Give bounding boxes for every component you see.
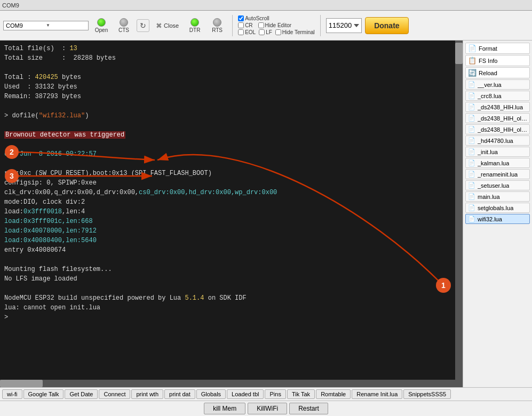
h-scrollbar-thumb[interactable] (0, 380, 43, 387)
file-icon: 📄 (468, 215, 475, 222)
right-panel-btn-FS_Info[interactable]: 📋FS Info (465, 55, 530, 66)
action-btn-Restart[interactable]: Restart (289, 403, 328, 414)
terminal-line (4, 101, 451, 111)
terminal-line: Brownout detector was triggered (4, 130, 451, 140)
file-btn-label: _init.lua (478, 149, 498, 155)
action-row: kill MemKillWiFiRestart (0, 401, 532, 416)
led-group-rts: RTS (208, 18, 227, 33)
right-panel-btn-_kalman_lua[interactable]: 📄_kalman.lua (465, 158, 530, 168)
terminal-line: clk_drv:0x00,q_drv:0x00,d_drv:0x00,cs0_d… (4, 188, 451, 197)
donate-button[interactable]: Donate (365, 17, 408, 34)
file-btn-label: Format (479, 45, 497, 52)
file-btn-label: FS Info (479, 58, 497, 64)
file-icon: 📄 (468, 148, 475, 155)
autoscroll-row: AutoScroll (238, 15, 315, 21)
right-panel-btn-setglobals_lua[interactable]: 📄setglobals.lua (465, 203, 530, 213)
terminal-line: No LFS image loaded (4, 274, 451, 284)
file-btn-label: main.lua (478, 194, 500, 200)
port-dropdown[interactable]: COM9 ▼ (3, 21, 89, 30)
bottom-btn-print_wth[interactable]: print wth (131, 389, 163, 399)
file-btn-label: _ds2438_HIH_old... (478, 126, 527, 133)
bottom-btn-Globals[interactable]: Globals (196, 389, 226, 399)
terminal-line: Used : 33132 bytes (4, 82, 451, 92)
right-panel-btn-main_lua[interactable]: 📄main.lua (465, 191, 530, 202)
terminal-line (4, 63, 451, 73)
right-panel-btn-_renameinit_lua[interactable]: 📄_renameinit.lua (465, 169, 530, 179)
bottom-btn-wi_fi[interactable]: wi-fi (2, 389, 22, 399)
main-content: Total file(s) : 13Total size : 28288 byt… (0, 41, 532, 387)
dtr-button[interactable]: DTR (185, 18, 204, 33)
cr-checkbox[interactable] (238, 22, 244, 28)
main-window: COM9 COM9 ▼ Open CTS ↻ ✖ Close (0, 0, 532, 416)
baud-selector[interactable]: 115200 (326, 18, 362, 33)
bottom-btn-print_dat[interactable]: print dat (164, 389, 195, 399)
terminal-line: entry 0x40080674 (4, 245, 451, 255)
terminal-line: Total file(s) : 13 (4, 44, 451, 53)
file-btn-label: _kalman.lua (478, 160, 509, 166)
file-icon: 📄 (468, 204, 475, 211)
bottom-btn-Tik_Tak[interactable]: Tik Tak (287, 389, 315, 399)
refresh-button[interactable]: ↻ (137, 19, 149, 32)
cts-label: CTS (118, 27, 129, 33)
file-btn-label: _renameinit.lua (478, 171, 518, 178)
action-btn-kill_Mem[interactable]: kill Mem (204, 403, 245, 414)
terminal-line: mode:DIO, clock div:2 (4, 197, 451, 207)
bottom-btn-Google_Talk[interactable]: Google Talk (23, 389, 64, 399)
right-panel-btn-wifi32_lua[interactable]: 📄wifi32.lua (465, 214, 530, 224)
cr-row: CR Hide Editor (238, 22, 315, 28)
bottom-btn-Get_Date[interactable]: Get Date (65, 389, 98, 399)
bottom-btn-Pins[interactable]: Pins (265, 389, 285, 399)
action-btn-KillWiFi[interactable]: KillWiFi (248, 403, 287, 414)
terminal-line: load:0x3fff0018,len:4 (4, 207, 451, 217)
close-label: Close (164, 22, 179, 29)
close-button[interactable]: ✖ Close (153, 20, 182, 31)
lf-checkbox[interactable] (259, 29, 265, 35)
terminal-column: Total file(s) : 13Total size : 28288 byt… (0, 41, 455, 387)
terminal-line (4, 121, 451, 130)
dtr-label: DTR (189, 27, 201, 33)
file-btn-label: _setuser.lua (478, 182, 509, 189)
bottom-btn-Rename_Init_lua[interactable]: Rename Init.lua (352, 389, 402, 399)
terminal-line: ets Jun 8 2016 00:22:57 (4, 149, 451, 159)
right-panel-btn-_setuser_lua[interactable]: 📄_setuser.lua (465, 180, 530, 190)
terminal-line: load:0x40080400,len:5640 (4, 236, 451, 245)
right-panel-btn-__ver_lua[interactable]: 📄__ver.lua (465, 79, 530, 90)
right-panel-btn-_ds2438_HIH_old___[interactable]: 📄_ds2438_HIH_old... (465, 113, 530, 123)
port-value: COM9 (6, 22, 46, 29)
titlebar: COM9 (0, 0, 532, 11)
close-icon: ✖ (156, 21, 162, 30)
separator-1 (232, 15, 233, 36)
bottom-btn-Loaded_tbl[interactable]: Loaded tbl (227, 389, 264, 399)
eol-checkbox[interactable] (238, 29, 244, 35)
right-panel-btn-_crc8_lua[interactable]: 📄_crc8.lua (465, 91, 530, 101)
terminal-line (4, 140, 451, 149)
port-selector: COM9 ▼ (3, 21, 89, 30)
cr-label: CR (245, 22, 252, 28)
hide-terminal-checkbox[interactable] (275, 29, 281, 35)
window-title: COM9 (2, 2, 19, 9)
baud-arrow-icon (354, 24, 359, 27)
autoscroll-checkbox[interactable] (238, 15, 244, 21)
rts-button[interactable]: RTS (208, 18, 227, 33)
terminal[interactable]: Total file(s) : 13Total size : 28288 byt… (0, 41, 455, 380)
hide-editor-checkbox[interactable] (258, 22, 264, 28)
scrollbar-thumb[interactable] (455, 43, 463, 64)
horizontal-scrollbar[interactable] (0, 380, 455, 387)
right-panel-btn-_ds2438_HIH_old___[interactable]: 📄_ds2438_HIH_old... (465, 124, 530, 134)
right-panel-btn-_init_lua[interactable]: 📄_init.lua (465, 147, 530, 157)
right-panel-btn-_ds2438_HIH_lua[interactable]: 📄_ds2438_HIH.lua (465, 102, 530, 112)
bottom-btn-SnippetsSSS5[interactable]: SnippetsSSS5 (403, 389, 451, 399)
file-icon: 📄 (468, 81, 475, 88)
terminal-line: > dofile("wifi32.lua") (4, 111, 451, 121)
led-group-dtr: DTR (185, 18, 204, 33)
right-panel-btn-_hd44780_lua[interactable]: 📄_hd44780.lua (465, 135, 530, 146)
bottom-btn-Romtable[interactable]: Romtable (316, 389, 351, 399)
cts-button[interactable]: CTS (114, 18, 133, 33)
right-panel-btn-Reload[interactable]: 🔄Reload (465, 67, 530, 78)
vertical-scrollbar[interactable] (455, 41, 463, 387)
right-panel-btn-Format[interactable]: 📄Format (465, 43, 530, 54)
terminal-line: rst:0xc (SW_CPU_RESET),boot:0x13 (SPI_FA… (4, 169, 451, 178)
open-button[interactable]: Open (92, 18, 111, 33)
bottom-btn-Connect[interactable]: Connect (99, 389, 130, 399)
lf-label: LF (266, 29, 272, 35)
